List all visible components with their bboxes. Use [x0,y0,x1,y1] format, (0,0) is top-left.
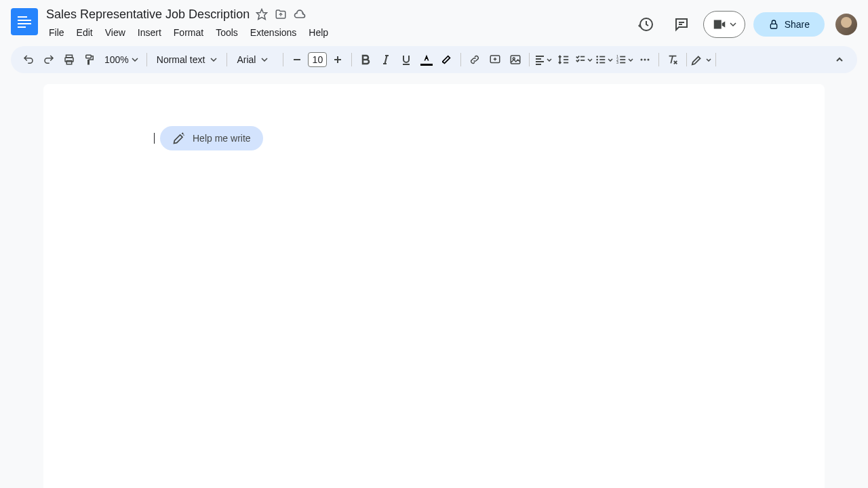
editing-mode-button[interactable] [691,50,711,69]
svg-point-44 [644,59,646,61]
highlight-color-button[interactable] [437,50,456,69]
svg-rect-9 [86,55,92,58]
bullet-list-button[interactable] [595,50,614,69]
font-size-input[interactable] [308,52,327,67]
svg-text:3: 3 [616,60,618,64]
menu-bar: File Edit View Insert Format Tools Exten… [46,24,633,41]
header-actions: Share [633,11,857,38]
checklist-button[interactable] [574,50,593,69]
separator [283,53,283,66]
menu-edit[interactable]: Edit [71,24,98,41]
version-history-icon[interactable] [633,11,660,38]
more-options-button[interactable] [635,50,654,69]
font-value: Arial [237,54,256,65]
chevron-down-icon [730,21,736,28]
line-spacing-button[interactable] [554,50,573,69]
separator [715,53,716,66]
svg-point-33 [597,59,599,61]
svg-point-31 [597,56,599,58]
zoom-value: 100% [104,54,129,65]
undo-button[interactable] [19,50,38,69]
increase-font-size-button[interactable] [328,50,347,69]
menu-insert[interactable]: Insert [132,24,167,41]
zoom-select[interactable]: 100% [100,54,142,65]
user-avatar[interactable] [835,14,857,35]
chevron-down-icon [210,56,217,63]
print-button[interactable] [60,50,79,69]
italic-button[interactable] [376,50,395,69]
menu-extensions[interactable]: Extensions [245,24,302,41]
magic-pencil-icon [172,131,186,145]
insert-image-button[interactable] [506,50,525,69]
font-select[interactable]: Arial [231,54,279,65]
menu-help[interactable]: Help [303,24,334,41]
numbered-list-button[interactable]: 123 [615,50,634,69]
bold-button[interactable] [356,50,375,69]
text-cursor [154,133,155,144]
svg-marker-0 [257,9,267,20]
star-icon[interactable] [255,7,269,21]
decrease-font-size-button[interactable] [288,50,307,69]
separator [460,53,461,66]
underline-button[interactable] [397,50,416,69]
move-folder-icon[interactable] [274,7,288,21]
menu-tools[interactable]: Tools [210,24,243,41]
cloud-saved-icon[interactable] [293,7,307,21]
paint-format-button[interactable] [80,50,99,69]
separator [529,53,530,66]
share-button[interactable]: Share [753,12,825,37]
document-title[interactable]: Sales Representative Job Description [46,7,250,22]
clear-formatting-button[interactable] [663,50,682,69]
svg-point-43 [641,59,643,61]
separator [146,53,147,66]
collapse-toolbar-button[interactable] [830,50,849,69]
align-button[interactable] [534,50,553,69]
docs-logo-icon[interactable] [11,8,38,35]
separator [226,53,227,66]
menu-view[interactable]: View [100,24,131,41]
add-comment-button[interactable] [486,50,505,69]
insert-link-button[interactable] [465,50,484,69]
redo-button[interactable] [39,50,58,69]
help-write-label: Help me write [193,133,251,144]
svg-point-45 [648,59,650,61]
chevron-down-icon [132,56,138,63]
help-me-write-chip[interactable]: Help me write [160,126,263,150]
separator [686,53,687,66]
chevron-down-icon [261,56,268,63]
share-label: Share [785,19,810,30]
separator [658,53,659,66]
svg-line-15 [385,56,387,64]
style-value: Normal text [157,54,205,65]
lock-icon [768,19,779,30]
app-header: Sales Representative Job Description Fil… [0,0,868,41]
menu-format[interactable]: Format [168,24,209,41]
meet-button[interactable] [703,11,745,38]
text-color-button[interactable] [417,50,436,69]
document-canvas[interactable]: Help me write [43,84,825,488]
toolbar: 100% Normal text Arial [11,46,857,73]
paragraph-style-select[interactable]: Normal text [151,54,223,65]
svg-point-35 [597,62,599,64]
svg-rect-4 [714,21,720,28]
comments-icon[interactable] [668,11,695,38]
title-area: Sales Representative Job Description Fil… [46,5,633,41]
menu-file[interactable]: File [46,24,70,41]
separator [351,53,352,66]
svg-rect-5 [770,24,776,28]
